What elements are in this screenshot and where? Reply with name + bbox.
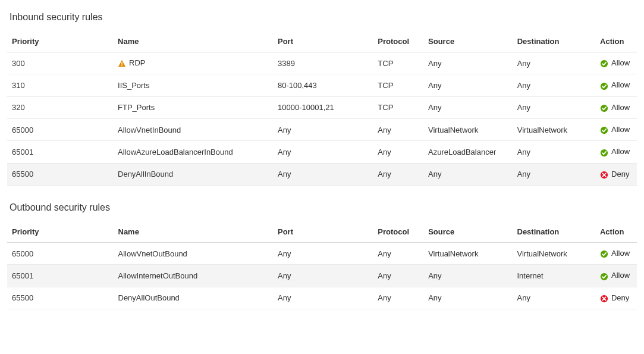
svg-point-8 (601, 250, 608, 258)
cell-priority: 65000 (7, 243, 114, 265)
allow-icon (600, 148, 608, 157)
deny-icon (600, 294, 608, 303)
cell-action: Allow (595, 265, 637, 287)
cell-source: Any (423, 96, 513, 118)
svg-point-9 (601, 273, 608, 280)
header-protocol[interactable]: Protocol (373, 31, 423, 52)
cell-source: Any (423, 74, 513, 96)
cell-destination: Internet (513, 265, 595, 287)
cell-action: Deny (595, 163, 637, 185)
cell-destination: Any (513, 141, 595, 163)
svg-point-2 (601, 60, 608, 67)
cell-protocol: Any (373, 287, 423, 309)
cell-destination: Any (513, 163, 595, 185)
cell-destination: Any (513, 96, 595, 118)
table-row[interactable]: 65500DenyAllInBoundAnyAnyAnyAnyDeny (7, 163, 637, 185)
cell-port: 80-100,443 (273, 74, 373, 96)
header-port[interactable]: Port (273, 221, 373, 243)
cell-priority: 65500 (7, 287, 114, 309)
cell-priority: 65000 (7, 119, 113, 141)
header-port[interactable]: Port (273, 31, 373, 52)
cell-priority: 65001 (7, 141, 113, 163)
outbound-table: Priority Name Port Protocol Source Desti… (7, 221, 637, 309)
table-row[interactable]: 300RDP3389TCPAnyAnyAllow (7, 52, 637, 74)
cell-action: Deny (595, 287, 637, 309)
rule-name-text: AllowAzureLoadBalancerInBound (118, 148, 233, 156)
cell-source: Any (423, 163, 513, 185)
header-source[interactable]: Source (423, 31, 513, 52)
svg-rect-1 (121, 65, 122, 66)
cell-name: DenyAllOutBound (114, 287, 273, 309)
allow-icon (600, 81, 608, 90)
table-row[interactable]: 65001AllowInternetOutBoundAnyAnyAnyInter… (7, 265, 637, 287)
cell-port: 3389 (273, 52, 373, 74)
header-destination[interactable]: Destination (513, 221, 595, 243)
action-text: Allow (611, 125, 630, 134)
action-text: Deny (611, 170, 629, 178)
cell-protocol: Any (373, 119, 423, 141)
cell-destination: VirtualNetwork (513, 119, 595, 141)
svg-rect-0 (121, 62, 122, 65)
cell-destination: Any (513, 52, 595, 74)
cell-port: 10000-10001,21 (273, 96, 373, 118)
action-text: Allow (611, 58, 630, 67)
header-priority[interactable]: Priority (7, 221, 114, 243)
table-row[interactable]: 65000AllowVnetOutBoundAnyAnyVirtualNetwo… (7, 243, 637, 265)
cell-priority: 65500 (7, 163, 113, 185)
header-name[interactable]: Name (113, 31, 273, 52)
cell-name: AllowInternetOutBound (114, 265, 273, 287)
cell-port: Any (273, 141, 373, 163)
header-name[interactable]: Name (114, 221, 273, 243)
cell-action: Allow (595, 52, 637, 74)
rule-name-text: DenyAllInBound (118, 170, 173, 178)
cell-name: AllowVnetOutBound (114, 243, 273, 265)
cell-action: Allow (595, 96, 637, 118)
action-text: Allow (611, 80, 630, 89)
table-row[interactable]: 320FTP_Ports10000-10001,21TCPAnyAnyAllow (7, 96, 637, 118)
rule-name-text: RDP (129, 58, 145, 67)
inbound-header-row: Priority Name Port Protocol Source Desti… (7, 31, 637, 52)
cell-source: Any (423, 265, 512, 287)
cell-destination: Any (513, 74, 595, 96)
action-text: Allow (611, 271, 630, 280)
cell-source: VirtualNetwork (423, 243, 512, 265)
cell-priority: 310 (7, 74, 113, 96)
cell-name: IIS_Ports (113, 74, 273, 96)
header-protocol[interactable]: Protocol (373, 221, 423, 243)
outbound-title: Outbound security rules (7, 202, 637, 213)
svg-point-4 (601, 105, 608, 112)
cell-protocol: Any (373, 265, 423, 287)
rule-name-text: AllowVnetInBound (118, 126, 181, 134)
header-action[interactable]: Action (595, 31, 637, 52)
inbound-table: Priority Name Port Protocol Source Desti… (7, 31, 637, 186)
cell-action: Allow (595, 74, 637, 96)
svg-point-6 (601, 149, 608, 156)
cell-source: AzureLoadBalancer (423, 141, 513, 163)
rule-name-text: DenyAllOutBound (118, 293, 180, 302)
table-row[interactable]: 65500DenyAllOutBoundAnyAnyAnyAnyDeny (7, 287, 637, 309)
table-row[interactable]: 65001AllowAzureLoadBalancerInBoundAnyAny… (7, 141, 637, 163)
cell-action: Allow (595, 243, 637, 265)
svg-point-3 (601, 83, 608, 90)
cell-name: DenyAllInBound (113, 163, 273, 185)
allow-icon (600, 249, 608, 259)
table-row[interactable]: 65000AllowVnetInBoundAnyAnyVirtualNetwor… (7, 119, 637, 141)
action-text: Allow (611, 103, 630, 112)
cell-protocol: TCP (373, 74, 423, 96)
table-row[interactable]: 310IIS_Ports80-100,443TCPAnyAnyAllow (7, 74, 637, 96)
header-priority[interactable]: Priority (7, 31, 113, 52)
cell-destination: VirtualNetwork (513, 243, 595, 265)
action-text: Allow (611, 147, 630, 156)
cell-port: Any (273, 119, 373, 141)
cell-protocol: TCP (373, 52, 423, 74)
header-action[interactable]: Action (595, 221, 637, 243)
cell-source: Any (423, 52, 513, 74)
cell-name: FTP_Ports (113, 96, 273, 118)
cell-protocol: Any (373, 243, 423, 265)
warning-icon (118, 59, 126, 68)
cell-port: Any (273, 243, 373, 265)
outbound-section: Outbound security rules Priority Name Po… (7, 202, 637, 309)
header-destination[interactable]: Destination (513, 31, 595, 52)
header-source[interactable]: Source (423, 221, 512, 243)
cell-port: Any (273, 287, 373, 309)
